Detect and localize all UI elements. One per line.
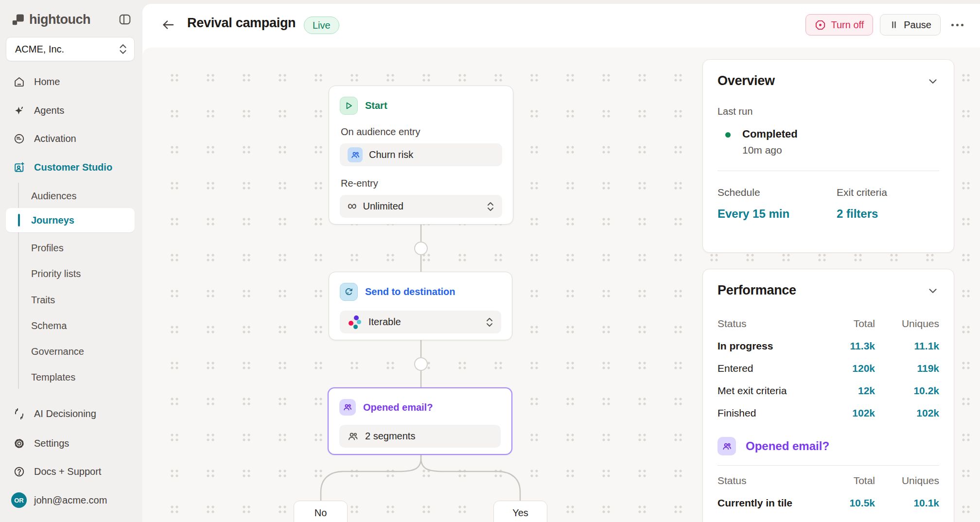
sidebar-item-activation[interactable]: Activation xyxy=(8,128,135,149)
sidebar-item-docs-support[interactable]: Docs + Support xyxy=(8,461,135,482)
table-row-total: 11.3k xyxy=(819,335,875,357)
branch-no-node[interactable]: No xyxy=(294,501,348,522)
sidebar-item-audiences[interactable]: Audiences xyxy=(31,185,135,207)
start-node[interactable]: Start On audience entry Churn risk Re-en… xyxy=(329,86,513,225)
performance-card: Performance Status Total Uniques In prog… xyxy=(702,269,954,522)
sidebar-item-profiles[interactable]: Profiles xyxy=(31,237,135,259)
ai-decisioning-icon xyxy=(13,407,25,420)
page-header: Revival campaign Live Turn off Pause xyxy=(142,4,980,48)
branch-yes-node[interactable]: Yes xyxy=(493,501,547,522)
trigger-label: On audience entry xyxy=(341,126,502,138)
audience-field[interactable]: Churn risk xyxy=(340,143,502,166)
home-icon xyxy=(13,75,25,88)
sidebar-item-label: Schema xyxy=(31,320,67,331)
header-actions: Turn off Pause xyxy=(805,14,967,35)
pause-button[interactable]: Pause xyxy=(880,14,941,35)
sidebar-item-ai-decisioning[interactable]: AI Decisioning xyxy=(8,403,135,424)
sidebar-item-home[interactable]: Home xyxy=(8,71,135,92)
workspace-name: ACME, Inc. xyxy=(15,44,64,55)
col-header-uniques: Uniques xyxy=(875,313,939,335)
status-dot-green xyxy=(725,132,731,138)
sidebar: hightouch ACME, Inc. Home Agents Activat… xyxy=(0,0,142,522)
branch-yes-label: Yes xyxy=(512,507,528,522)
sidebar-item-governance[interactable]: Governance xyxy=(31,341,135,362)
more-options-button[interactable] xyxy=(947,14,967,35)
chevron-up-down-icon xyxy=(486,317,493,328)
last-run-status: Completed xyxy=(742,128,798,140)
start-node-header: Start xyxy=(340,97,502,115)
tile-section-header: Opened email? xyxy=(718,437,939,455)
chevron-up-down-icon xyxy=(487,201,494,212)
segments-field[interactable]: 2 segments xyxy=(339,425,501,448)
table-row-status: Currently in tile xyxy=(718,492,819,514)
exit-criteria-label: Exit criteria xyxy=(837,187,887,198)
last-run-label: Last run xyxy=(718,106,939,117)
status-badge: Live xyxy=(304,17,339,34)
sidebar-item-settings[interactable]: Settings xyxy=(8,433,135,454)
sidebar-item-label: Settings xyxy=(34,438,69,449)
sidebar-item-priority-lists[interactable]: Priority lists xyxy=(31,263,135,284)
sidebar-item-label: Home xyxy=(34,76,60,87)
reentry-label: Re-entry xyxy=(341,178,502,189)
arrow-left-icon xyxy=(161,17,175,32)
decision-node-opened-email[interactable]: Opened email? 2 segments xyxy=(328,387,512,455)
send-to-destination-node[interactable]: Send to destination Iterable xyxy=(329,272,512,340)
chevron-down-icon[interactable] xyxy=(927,284,939,297)
send-node-title: Send to destination xyxy=(365,286,455,297)
table-row-uniques: 10.2k xyxy=(875,380,939,402)
performance-table: Status Total Uniques In progress 11.3k 1… xyxy=(718,313,939,424)
col-header-total: Total xyxy=(819,470,875,492)
stop-octagon-icon xyxy=(815,19,826,31)
tile-section-title[interactable]: Opened email? xyxy=(746,439,829,453)
last-run-time: 10m ago xyxy=(742,144,798,156)
iterable-logo-icon xyxy=(348,315,362,330)
exit-criteria-block: Exit criteria 2 filters xyxy=(837,187,887,221)
schedule-value-link[interactable]: Every 15 min xyxy=(718,207,939,221)
reentry-select[interactable]: ∞ Unlimited xyxy=(340,195,502,218)
gear-icon xyxy=(13,437,25,450)
journey-canvas[interactable]: Start On audience entry Churn risk Re-en… xyxy=(142,48,980,522)
exit-criteria-value-link[interactable]: 2 filters xyxy=(837,207,887,221)
chevron-down-icon[interactable] xyxy=(927,75,939,87)
back-button[interactable] xyxy=(160,17,176,33)
sidebar-item-label: Templates xyxy=(31,372,75,383)
sidebar-item-label: Agents xyxy=(34,105,64,116)
segments-icon xyxy=(339,399,356,416)
workspace-selector[interactable]: ACME, Inc. xyxy=(6,37,135,61)
col-header-status: Status xyxy=(718,470,819,492)
sidebar-item-account[interactable]: OR john@acme.com xyxy=(8,489,135,511)
sync-cycle-icon xyxy=(340,283,358,301)
logo-row: hightouch xyxy=(11,9,133,30)
overview-card: Overview Last run Completed 10m ago Sche… xyxy=(702,59,954,253)
sidebar-item-journeys-active[interactable]: Journeys xyxy=(6,208,135,232)
col-header-status: Status xyxy=(718,313,819,335)
infinity-icon: ∞ xyxy=(348,199,357,212)
hightouch-logo-icon xyxy=(11,12,25,27)
sidebar-item-agents[interactable]: Agents xyxy=(8,100,135,121)
send-node-header: Send to destination xyxy=(340,283,501,301)
table-row-status: In progress xyxy=(718,335,819,357)
chevron-up-down-icon xyxy=(119,43,127,55)
destination-select[interactable]: Iterable xyxy=(340,311,501,333)
sidebar-item-label: Docs + Support xyxy=(34,466,101,477)
sidebar-item-traits[interactable]: Traits xyxy=(31,289,135,311)
sidebar-collapse-button[interactable] xyxy=(117,12,133,27)
schedule-label: Schedule xyxy=(718,187,939,198)
pause-label: Pause xyxy=(904,19,931,31)
sidebar-item-label: Governance xyxy=(31,346,84,357)
activation-icon xyxy=(13,132,25,145)
main-panel: Revival campaign Live Turn off Pause xyxy=(142,4,980,522)
pause-icon xyxy=(889,20,899,30)
sidebar-item-schema[interactable]: Schema xyxy=(31,315,135,336)
tile-table: Status Total Uniques Currently in tile 1… xyxy=(718,470,939,514)
sidebar-item-label: Customer Studio xyxy=(34,162,112,173)
sidebar-item-templates[interactable]: Templates xyxy=(31,366,135,388)
users-icon xyxy=(348,147,363,162)
col-header-total: Total xyxy=(819,313,875,335)
turn-off-button[interactable]: Turn off xyxy=(805,14,873,35)
table-row-status: Met exit criteria xyxy=(718,380,819,402)
sidebar-item-label: Priority lists xyxy=(31,268,81,279)
play-icon xyxy=(340,97,358,115)
sidebar-item-label: john@acme.com xyxy=(34,495,107,506)
sidebar-item-customer-studio[interactable]: Customer Studio xyxy=(8,157,135,178)
